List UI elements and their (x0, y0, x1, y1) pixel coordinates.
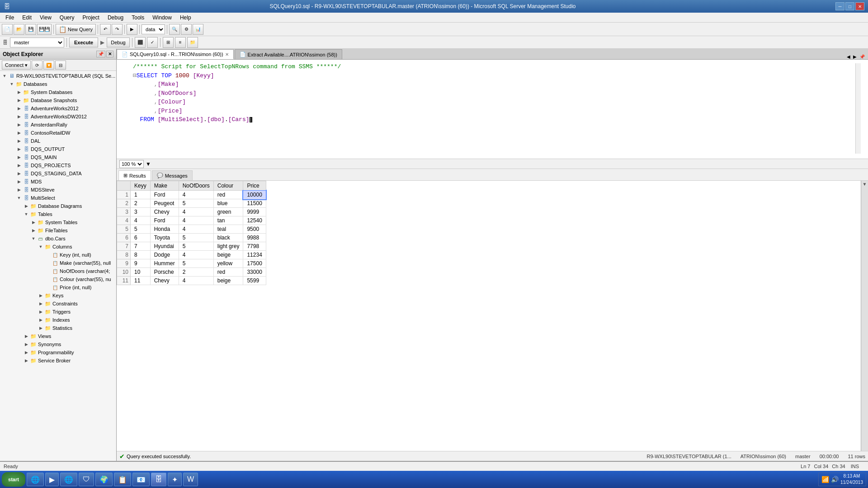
tree-server[interactable]: ▼ 🖥 R9-WXL90\STEVETOPTABULAR (SQL Se... (0, 72, 116, 80)
data-cell[interactable]: 12540 (243, 216, 266, 225)
tree-col-noofdoors[interactable]: 📋 NoOfDoors (varchar(4; (0, 267, 116, 275)
oe-filter-button[interactable]: 🔽 (43, 61, 54, 70)
data-cell[interactable]: Honda (150, 225, 179, 234)
taskbar-item-1[interactable]: 🌐 (27, 473, 44, 486)
data-cell[interactable]: 5599 (243, 277, 266, 285)
data-cell[interactable]: 2 (131, 199, 151, 208)
tree-triggers[interactable]: ▶ 📁 Triggers (0, 308, 116, 316)
tree-tables[interactable]: ▼ 📁 Tables (0, 210, 116, 218)
data-cell[interactable]: 4 (179, 251, 213, 259)
data-cell[interactable]: Toyota (150, 234, 179, 242)
tree-col-make[interactable]: 📋 Make (varchar(55), null (0, 259, 116, 267)
data-cell[interactable]: beige (213, 251, 243, 259)
tree-db-diagrams[interactable]: ▶ 📁 Database Diagrams (0, 202, 116, 210)
data-cell[interactable]: 1 (131, 191, 151, 199)
data-cell[interactable]: 2 (179, 268, 213, 277)
tree-db-mds[interactable]: ▶ 🗄 MDS (0, 178, 116, 186)
parse-button[interactable]: ✓ (147, 37, 158, 48)
execute-button[interactable]: Execute (69, 38, 98, 47)
tree-file-tables[interactable]: ▶ 📁 FileTables (0, 226, 116, 235)
oe-refresh-button[interactable]: ⟳ (32, 61, 42, 70)
results-text-button[interactable]: ≡ (175, 37, 186, 48)
toolbar-btn2[interactable]: ⚙ (181, 24, 192, 35)
data-cell[interactable]: red (213, 191, 243, 199)
data-cell[interactable]: 5 (131, 225, 151, 234)
data-cell[interactable]: 3 (131, 208, 151, 216)
tree-keys[interactable]: ▶ 📁 Keys (0, 291, 116, 300)
data-cell[interactable]: 11500 (243, 199, 266, 208)
tab-results[interactable]: ⊞ Results (118, 170, 151, 180)
data-cell[interactable]: teal (213, 225, 243, 234)
maximize-button[interactable]: □ (845, 2, 854, 10)
menu-view[interactable]: View (36, 14, 55, 22)
menu-project[interactable]: Project (79, 14, 103, 22)
data-cell[interactable]: black (213, 234, 243, 242)
data-cell[interactable]: 4 (179, 191, 213, 199)
undo-button[interactable]: ↶ (100, 24, 111, 35)
table-row[interactable]: 77Hyundai5light grey7798 (117, 242, 266, 251)
data-cell[interactable]: Peugeot (150, 199, 179, 208)
oe-close-button[interactable]: ✕ (106, 51, 113, 57)
tree-service-broker[interactable]: ▶ 📁 Service Broker (0, 357, 116, 365)
tree-columns[interactable]: ▼ 📁 Columns (0, 243, 116, 251)
data-cell[interactable]: red (213, 268, 243, 277)
oe-pin-button[interactable]: 📌 (96, 51, 105, 57)
tree-db-contosoretaildw[interactable]: ▶ 🗄 ContosoRetailDW (0, 129, 116, 137)
tree-dbo-cars[interactable]: ▼ 🗃 dbo.Cars (0, 235, 116, 243)
debug-button[interactable]: Debug (107, 38, 129, 47)
data-cell[interactable]: 4 (131, 216, 151, 225)
editor-text[interactable]: /****** Script for SelectTopNRows comman… (133, 62, 864, 124)
row-num-cell[interactable]: 10 (117, 268, 131, 277)
results-scrollbar-right[interactable]: ▼ (861, 181, 868, 451)
tree-db-adventureworks2012[interactable]: ▶ 🗄 AdventureWorks2012 (0, 104, 116, 113)
database-selector[interactable]: data (142, 24, 165, 34)
close-button[interactable]: ✕ (855, 2, 864, 10)
tree-system-tables[interactable]: ▶ 📁 System Tables (0, 218, 116, 226)
tree-indexes[interactable]: ▶ 📁 Indexes (0, 316, 116, 324)
tab-sqlquery10-close[interactable]: ✕ (225, 52, 229, 57)
tree-system-dbs[interactable]: ▶ 📁 System Databases (0, 88, 116, 96)
tree-col-colour[interactable]: 📋 Colour (varchar(55), nu (0, 275, 116, 283)
row-num-cell[interactable]: 5 (117, 225, 131, 234)
taskbar-item-7[interactable]: 📧 (132, 473, 150, 486)
row-num-cell[interactable]: 9 (117, 259, 131, 268)
start-button[interactable]: start (2, 472, 25, 487)
row-num-cell[interactable]: 6 (117, 234, 131, 242)
row-num-cell[interactable]: 1 (117, 191, 131, 199)
tree-db-multiselect[interactable]: ▼ 🗄 MultiSelect (0, 194, 116, 202)
table-row[interactable]: 1010Porsche2red33000 (117, 268, 266, 277)
table-row[interactable]: 88Dodge4beige11234 (117, 251, 266, 259)
tree-db-mds-steve[interactable]: ▶ 🗄 MDSSteve (0, 186, 116, 194)
data-cell[interactable]: 4 (179, 225, 213, 234)
tab-pin-button[interactable]: 📌 (858, 54, 866, 59)
data-cell[interactable]: green (213, 208, 243, 216)
tree-col-keyy[interactable]: 📋 Keyy (int, null) (0, 251, 116, 259)
new-file-button[interactable]: 📄 (2, 24, 13, 35)
data-cell[interactable]: beige (213, 277, 243, 285)
table-row[interactable]: 66Toyota5black9988 (117, 234, 266, 242)
zoom-selector[interactable]: 100 % (119, 160, 144, 168)
data-cell[interactable]: 4 (179, 277, 213, 285)
row-num-cell[interactable]: 11 (117, 277, 131, 285)
taskbar-item-word[interactable]: W (183, 473, 198, 486)
data-cell[interactable]: 5 (179, 199, 213, 208)
table-row[interactable]: 44Ford4tan12540 (117, 216, 266, 225)
taskbar-item-6[interactable]: 📋 (114, 473, 131, 486)
data-cell[interactable]: Chevy (150, 277, 179, 285)
data-cell[interactable]: blue (213, 199, 243, 208)
data-cell[interactable]: 8 (131, 251, 151, 259)
results-file-button[interactable]: 📁 (187, 37, 198, 48)
data-cell[interactable]: Chevy (150, 208, 179, 216)
menu-debug[interactable]: Debug (104, 14, 127, 22)
data-cell[interactable]: 4 (179, 216, 213, 225)
taskbar-item-2[interactable]: ▶ (45, 473, 59, 486)
data-cell[interactable]: Dodge (150, 251, 179, 259)
data-cell[interactable]: 10000 (243, 191, 266, 199)
data-cell[interactable]: 17500 (243, 259, 266, 268)
data-cell[interactable]: 9988 (243, 234, 266, 242)
oe-connect-button[interactable]: Connect ▾ (2, 61, 31, 70)
data-cell[interactable]: 11234 (243, 251, 266, 259)
data-cell[interactable]: 7798 (243, 242, 266, 251)
data-cell[interactable]: 9 (131, 259, 151, 268)
zoom-dropdown-icon[interactable]: ▼ (146, 161, 151, 167)
